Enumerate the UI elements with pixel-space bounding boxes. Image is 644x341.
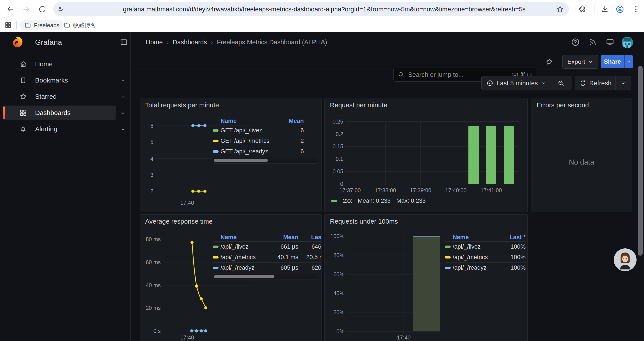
legend-mean: Mean: 0.233: [358, 197, 390, 204]
legend-table: Name Mean Las /api/_/livez 661 µs 646 /a…: [212, 233, 321, 280]
series-color-pill: [445, 245, 451, 248]
favorite-star-icon[interactable]: [545, 58, 553, 66]
zoom-out-icon: [558, 80, 564, 87]
legend-row[interactable]: GET /api/_/readyz 6: [212, 146, 317, 157]
series-color-pill: [212, 245, 218, 248]
zoom-out-button[interactable]: [551, 80, 571, 87]
clock-icon: [486, 80, 494, 87]
series-color-pill: [212, 150, 218, 153]
help-icon[interactable]: [571, 38, 580, 47]
y-tick: 0 s: [143, 328, 161, 334]
legend-row[interactable]: /api/_/readyz 100%: [445, 262, 526, 273]
legend-row[interactable]: /api/_/livez 661 µs 646: [212, 242, 321, 252]
sidebar-item-home[interactable]: Home: [0, 56, 130, 72]
home-icon: [19, 60, 27, 68]
panel-errors-per-second: Errors per second No data: [531, 98, 632, 212]
download-icon[interactable]: [600, 5, 609, 14]
series-color-pill: [212, 267, 218, 269]
legend-row[interactable]: /api/_/metrics 100%: [445, 252, 526, 262]
sidebar-item-alerting[interactable]: Alerting: [0, 121, 130, 137]
breadcrumb-current: Freeleaps Metrics Dashboard (ALPHA): [217, 39, 327, 46]
url-bar[interactable]: grafana.mathmast.com/d/deytv4rwavabkb/fr…: [53, 2, 569, 16]
y-tick: 0.15: [328, 143, 343, 149]
sidebar-item-dashboards[interactable]: Dashboards: [0, 105, 130, 121]
time-range-button[interactable]: Last 5 minutes: [482, 80, 550, 87]
sidebar-item-bookmarks[interactable]: Bookmarks: [0, 72, 130, 88]
monitor-icon[interactable]: [606, 38, 614, 47]
legend-header-mean[interactable]: Mean: [273, 118, 304, 124]
x-tick: 17:40: [176, 334, 198, 340]
legend-header-name[interactable]: Name: [220, 234, 266, 241]
chevron-down-icon[interactable]: [120, 126, 126, 132]
legend-header-last[interactable]: Last *: [499, 234, 526, 241]
page-scrollbar[interactable]: [638, 66, 643, 256]
breadcrumb-dashboards[interactable]: Dashboards: [173, 39, 207, 46]
reload-icon[interactable]: [38, 5, 46, 14]
site-info-icon[interactable]: [57, 5, 65, 13]
sidebar-toggle-icon[interactable]: [120, 38, 128, 46]
sidebar-item-label: Dashboards: [35, 105, 70, 121]
bookmark-item-blogs[interactable]: 收藏博客: [60, 21, 100, 30]
legend-header-mean[interactable]: Mean: [266, 234, 298, 241]
export-button[interactable]: Export: [562, 55, 598, 69]
back-icon[interactable]: [6, 5, 14, 14]
bookmarks-divider: [16, 21, 17, 29]
extensions-icon[interactable]: [578, 5, 586, 14]
sidebar-item-starred[interactable]: Starred: [0, 88, 130, 105]
forward-icon[interactable]: [22, 5, 30, 14]
legend-header-name[interactable]: Name: [453, 234, 499, 241]
sidebar-border: [130, 32, 131, 341]
chevron-down-icon[interactable]: [120, 110, 126, 116]
grafana-logo[interactable]: [10, 36, 24, 49]
bookmark-star-icon[interactable]: [556, 5, 564, 13]
refresh-interval-button[interactable]: [616, 80, 631, 86]
legend[interactable]: 2xx Mean: 0.233 Max: 0.233: [331, 197, 426, 204]
browser-menu-icon[interactable]: [632, 5, 640, 14]
x-tick: 17:40: [176, 200, 198, 206]
browser-toolbar: grafana.mathmast.com/d/deytv4rwavabkb/fr…: [0, 0, 644, 19]
share-menu-button[interactable]: [625, 55, 633, 68]
x-tick: 17:38:00: [370, 187, 401, 193]
breadcrumb-home[interactable]: Home: [146, 39, 163, 46]
url-text[interactable]: grafana.mathmast.com/d/deytv4rwavabkb/fr…: [123, 2, 526, 16]
profile-icon[interactable]: [616, 5, 624, 14]
y-tick: 5: [142, 139, 154, 145]
bookmark-item-freeleaps[interactable]: Freeleaps: [20, 21, 63, 30]
legend-scrollbar[interactable]: [212, 274, 318, 280]
legend-row[interactable]: GET /api/_/metrics 2: [212, 136, 317, 146]
legend-row[interactable]: /api/_/metrics 40.1 ms 20.5 r: [212, 252, 321, 262]
legend-header-last[interactable]: Las: [298, 234, 321, 241]
y-tick: 0: [328, 181, 343, 187]
apps-grid-icon[interactable]: [4, 21, 12, 29]
sidebar-item-label: Alerting: [35, 121, 58, 137]
news-rss-icon[interactable]: [588, 38, 597, 47]
refresh-button[interactable]: Refresh: [575, 80, 616, 87]
legend-header-name[interactable]: Name: [220, 118, 273, 124]
share-button-group: Share: [600, 55, 633, 68]
x-tick: 17:39:00: [405, 187, 436, 193]
dashboards-grid-icon: [19, 109, 27, 117]
panel-title[interactable]: Errors per second: [536, 101, 589, 109]
chevron-down-icon[interactable]: [120, 94, 126, 100]
legend-row[interactable]: /api/_/readyz 605 µs 620: [212, 262, 321, 273]
series-color-pill: [212, 140, 218, 142]
no-data-message: No data: [531, 158, 632, 166]
grafana-nav: Grafana Home › Dashboards › Freeleaps Me…: [0, 32, 644, 53]
legend-series: 2xx: [343, 197, 352, 204]
screen: grafana.mathmast.com/d/deytv4rwavabkb/fr…: [0, 0, 644, 341]
legend-row[interactable]: GET /api/_/livez 6: [212, 125, 317, 136]
bookmark-icon: [19, 76, 27, 84]
user-avatar[interactable]: [622, 37, 633, 48]
y-tick: 20%: [327, 309, 344, 315]
legend-scrollbar[interactable]: [212, 158, 317, 163]
y-tick: 0.2: [328, 131, 343, 137]
y-tick: 40 ms: [143, 282, 161, 288]
y-tick: 0.05: [328, 168, 343, 174]
legend-row[interactable]: /api/_/livez 100%: [445, 242, 526, 252]
y-tick: 0%: [327, 328, 344, 334]
chevron-down-icon[interactable]: [120, 78, 126, 83]
floating-assistant-avatar[interactable]: [614, 248, 636, 271]
folder-icon: [24, 22, 31, 29]
refresh-icon: [580, 80, 586, 87]
share-button[interactable]: Share: [600, 55, 624, 68]
